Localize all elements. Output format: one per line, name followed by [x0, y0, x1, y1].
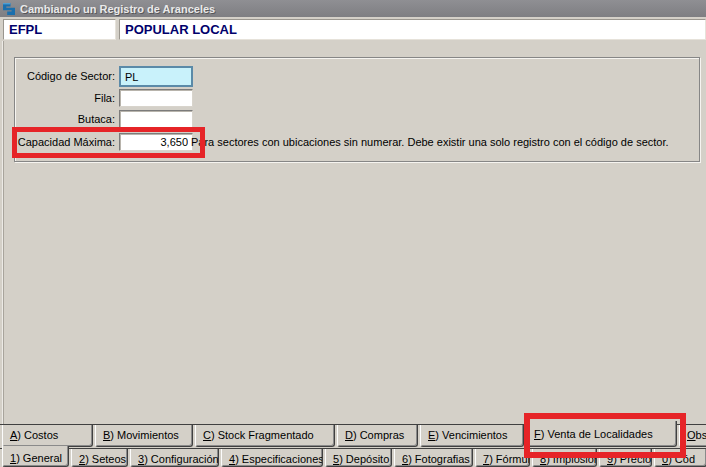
codigo-sector-input[interactable]	[119, 66, 193, 87]
fila-input[interactable]	[119, 89, 193, 107]
tab-costos[interactable]: A) Costos	[2, 425, 93, 447]
capacidad-maxima-input[interactable]	[119, 133, 193, 151]
tab-formulas[interactable]: 7) Fórmulas	[475, 449, 530, 467]
butaca-input[interactable]	[119, 110, 193, 128]
tab-accel: F	[534, 428, 541, 440]
tab-label: ) Stock Fragmentado	[211, 429, 314, 441]
app-logo-icon	[2, 2, 16, 16]
tab-label: bse	[696, 429, 706, 441]
tab-deposito[interactable]: 5) Depósito	[325, 449, 392, 467]
butaca-label: Butaca:	[14, 113, 115, 125]
sector-code-box[interactable]: EFPL	[3, 19, 116, 40]
tab-compras[interactable]: D) Compras	[337, 425, 418, 447]
fila-label: Fila:	[14, 92, 115, 104]
tab-seteos[interactable]: 2) Seteos	[71, 449, 128, 467]
codigo-sector-label: Código de Sector:	[14, 70, 115, 82]
tab-label: ) Cód	[668, 453, 695, 465]
tab-codigos[interactable]: 0) Cód	[654, 449, 706, 467]
tab-general[interactable]: 1) General	[2, 446, 69, 467]
tab-vencimientos[interactable]: E) Vencimientos	[420, 425, 524, 447]
tab-venta-de-localidades[interactable]: F) Venta de Localidades	[526, 421, 677, 447]
tab-accel: O	[687, 429, 696, 441]
tab-label: ) General	[16, 452, 62, 464]
sector-name-box: POPULAR LOCAL	[119, 19, 706, 40]
tab-implosion[interactable]: 8) Implosión	[532, 449, 597, 467]
tab-label: ) Depósito	[339, 453, 389, 465]
tab-configuracion[interactable]: 3) Configuración	[130, 449, 219, 467]
tab-label: ) Seteos	[85, 453, 126, 465]
tab-label: ) Venta de Localidades	[541, 428, 653, 440]
tab-precios[interactable]: 9) Precios	[599, 449, 652, 467]
tab-fotografias[interactable]: 6) Fotografias	[394, 449, 473, 467]
tab-accel: C	[203, 429, 211, 441]
tab-label: ) Movimientos	[110, 429, 178, 441]
tab-label: ) Compras	[353, 429, 404, 441]
capacity-help-text: Para sectores con ubicaciones sin numera…	[191, 136, 696, 148]
tab-accel: D	[345, 429, 353, 441]
window-title: Cambiando un Registro de Aranceles	[20, 3, 215, 15]
tab-label: ) Fórmulas	[489, 453, 530, 465]
tab-observaciones[interactable]: Obse	[679, 425, 706, 447]
tab-label: ) Costos	[17, 429, 58, 441]
app-window: Cambiando un Registro de Aranceles EFPL …	[0, 0, 706, 467]
title-bar[interactable]: Cambiando un Registro de Aranceles	[0, 0, 706, 17]
tab-label: ) Implosión	[546, 453, 597, 465]
tab-label: ) Configuración	[144, 453, 219, 465]
tab-label: ) Precios	[613, 453, 652, 465]
capacidad-maxima-label: Capacidad Máxima:	[14, 136, 115, 148]
tab-movimientos[interactable]: B) Movimientos	[95, 425, 193, 447]
tab-stock-fragmentado[interactable]: C) Stock Fragmentado	[195, 425, 335, 447]
panel-left-edge	[2, 41, 4, 467]
tab-especificaciones[interactable]: 4) Especificaciones	[221, 449, 323, 467]
tab-label: ) Fotografias	[408, 453, 470, 465]
tab-label: ) Vencimientos	[435, 429, 507, 441]
tab-label: ) Especificaciones	[235, 453, 323, 465]
